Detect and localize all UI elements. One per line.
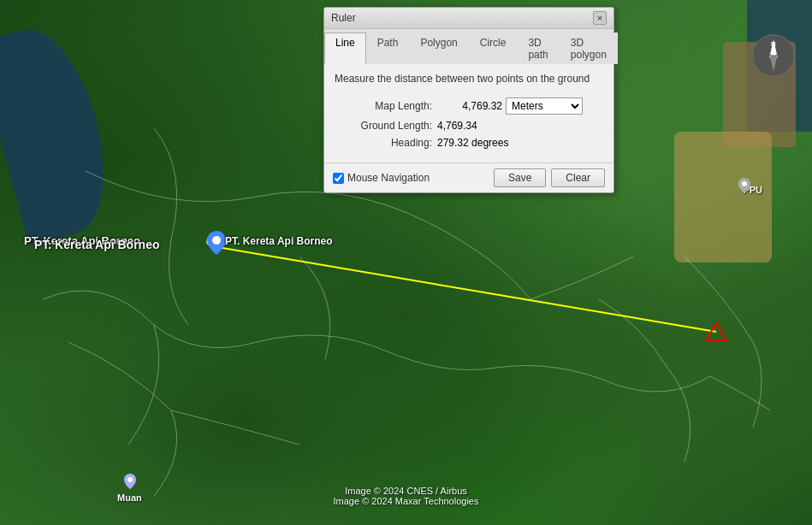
mouse-nav-label: Mouse Navigation bbox=[347, 172, 430, 184]
mouse-nav-checkbox[interactable] bbox=[333, 173, 344, 184]
ground-length-label: Ground Length: bbox=[335, 120, 437, 132]
muan-pin bbox=[124, 474, 136, 493]
svg-text:N: N bbox=[771, 40, 776, 48]
tab-3d-polygon[interactable]: 3D polygon bbox=[560, 32, 618, 64]
unit-select[interactable]: Meters Kilometers Miles Feet bbox=[506, 97, 583, 115]
dialog-bottom: Mouse Navigation Save Clear bbox=[324, 162, 613, 192]
map-length-value: 4,769.32 bbox=[437, 100, 506, 112]
ground-length-value: 4,769.34 bbox=[437, 120, 477, 132]
clear-button[interactable]: Clear bbox=[551, 168, 605, 187]
map-label-muan: Muan bbox=[117, 493, 142, 503]
dialog-description: Measure the distance between two points … bbox=[335, 73, 603, 85]
svg-point-5 bbox=[127, 477, 133, 482]
ruler-tabs: Line Path Polygon Circle 3D path 3D poly… bbox=[324, 29, 613, 64]
ruler-dialog: Ruler × Line Path Polygon Circle 3D path… bbox=[323, 7, 614, 193]
start-pin bbox=[207, 231, 226, 258]
svg-point-4 bbox=[742, 181, 747, 186]
dialog-title: Ruler bbox=[331, 12, 356, 24]
map-label-pt-kereta-pin: PT. Kereta Api Borneo bbox=[225, 235, 333, 247]
dialog-titlebar: Ruler × bbox=[324, 8, 613, 29]
tab-3d-path[interactable]: 3D path bbox=[517, 32, 559, 64]
map-length-row: Map Length: 4,769.32 Meters Kilometers M… bbox=[335, 97, 603, 115]
dialog-buttons: Save Clear bbox=[494, 168, 605, 187]
dialog-close-button[interactable]: × bbox=[593, 11, 607, 25]
ground-length-row: Ground Length: 4,769.34 bbox=[335, 120, 603, 132]
map-length-label: Map Length: bbox=[335, 100, 437, 112]
compass[interactable]: N bbox=[752, 34, 795, 77]
heading-label: Heading: bbox=[335, 137, 437, 149]
save-button[interactable]: Save bbox=[494, 168, 546, 187]
dialog-content: Measure the distance between two points … bbox=[324, 64, 613, 162]
tab-polygon[interactable]: Polygon bbox=[409, 32, 468, 64]
ppu-pin bbox=[738, 178, 750, 197]
svg-point-3 bbox=[212, 236, 221, 245]
heading-value: 279.32 degrees bbox=[437, 137, 508, 149]
map-label-pt-kereta: PT. Kereta Api Borneo bbox=[34, 238, 160, 251]
heading-row: Heading: 279.32 degrees bbox=[335, 137, 603, 149]
map-attribution: Image © 2024 CNES / Airbus Image © 2024 … bbox=[334, 486, 479, 506]
tab-path[interactable]: Path bbox=[366, 32, 410, 64]
tab-line[interactable]: Line bbox=[324, 32, 366, 64]
tab-circle[interactable]: Circle bbox=[469, 32, 518, 64]
mouse-nav-row: Mouse Navigation bbox=[333, 172, 430, 184]
